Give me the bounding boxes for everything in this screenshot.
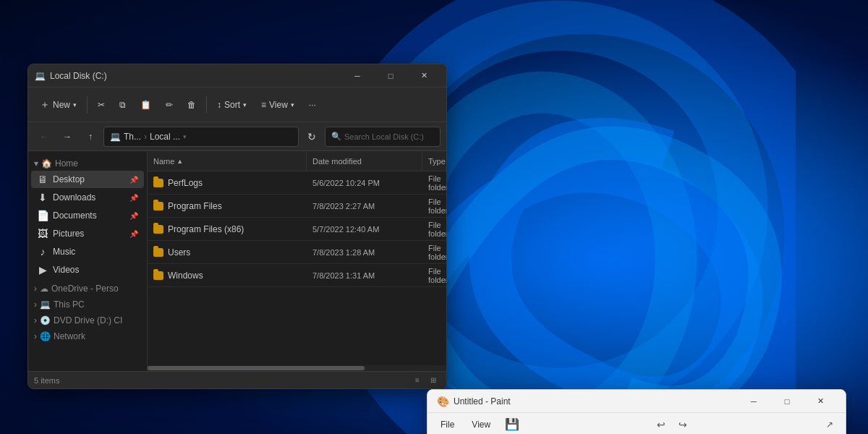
chevron-right-icon-net: ›	[34, 331, 37, 341]
copy-icon: ⧉	[119, 100, 126, 110]
path-separator-1: ›	[144, 132, 147, 142]
sort-indicator: ▲	[176, 158, 183, 165]
paint-undo-redo: ↩ ↪	[651, 415, 693, 434]
file-explorer-title: Local Disk (C:)	[50, 71, 341, 81]
maximize-button[interactable]: □	[374, 64, 407, 88]
file-name: Program Files	[168, 201, 222, 211]
sidebar-videos-label: Videos	[53, 265, 79, 275]
horizontal-scrollbar[interactable]	[148, 365, 446, 371]
explorer-content: ▾ 🏠 Home 🖥 Desktop 📌 ⬇ Downloads 📌 📄 Doc…	[28, 151, 446, 371]
file-rows: PerfLogs 5/6/2022 10:24 PM File folder P…	[148, 171, 446, 287]
paint-close-button[interactable]: ✕	[804, 390, 837, 413]
paste-button[interactable]: 📋	[135, 96, 157, 114]
more-button[interactable]: ···	[303, 96, 322, 114]
paint-maximize-button[interactable]: □	[770, 390, 804, 413]
sidebar-docs-label: Documents	[53, 210, 97, 221]
documents-icon: 📄	[37, 210, 48, 221]
minimize-button[interactable]: ─	[341, 64, 374, 88]
view-toggle: ≡ ⊞	[410, 374, 441, 387]
status-text: 5 items	[34, 376, 404, 385]
network-label: Network	[54, 331, 85, 341]
paint-minimize-button[interactable]: ─	[737, 390, 770, 413]
refresh-button[interactable]: ↻	[302, 127, 322, 147]
grid-view-button[interactable]: ⊞	[426, 374, 441, 387]
paint-file-menu[interactable]: File	[433, 417, 461, 433]
paint-share-area: ↗	[820, 415, 840, 434]
file-explorer-window: 💻 Local Disk (C:) ─ □ ✕ ＋ New ▾ ✂ ⧉ 📋 ✏ …	[27, 64, 447, 389]
paste-icon: 📋	[140, 100, 151, 110]
new-button[interactable]: ＋ New ▾	[34, 95, 82, 115]
paint-view-label: View	[472, 420, 490, 430]
sidebar-item-music[interactable]: ♪ Music	[31, 243, 144, 260]
sidebar-item-downloads[interactable]: ⬇ Downloads 📌	[31, 189, 144, 206]
paint-file-label: File	[441, 420, 454, 430]
sidebar-item-pictures[interactable]: 🖼 Pictures 📌	[31, 225, 144, 242]
sidebar-item-videos[interactable]: ▶ Videos	[31, 261, 144, 278]
pin-icon-pics: 📌	[129, 230, 138, 238]
sidebar-thispc-section[interactable]: › 💻 This PC	[28, 295, 147, 311]
folder-icon	[153, 271, 163, 280]
sidebar-dvd-section[interactable]: › 💿 DVD Drive (D:) CI	[28, 311, 147, 327]
sidebar-network-section[interactable]: › 🌐 Network	[28, 327, 147, 343]
search-icon: 🔍	[331, 132, 341, 141]
sidebar-desktop-label: Desktop	[53, 174, 85, 184]
up-button[interactable]: ↑	[80, 127, 101, 147]
rename-button[interactable]: ✏	[160, 96, 179, 114]
onedrive-icon: ☁	[40, 284, 48, 294]
view-button[interactable]: ≡ View ▾	[255, 96, 300, 114]
search-box[interactable]: 🔍 Search Local Disk (C:)	[325, 127, 441, 147]
type-column-header[interactable]: Type	[422, 151, 446, 171]
back-button[interactable]: ←	[34, 127, 54, 147]
sidebar-item-desktop[interactable]: 🖥 Desktop 📌	[31, 171, 144, 188]
paint-menubar: File View 💾 ↩ ↪ ↗	[427, 413, 846, 434]
music-icon: ♪	[37, 246, 48, 258]
table-row[interactable]: PerfLogs 5/6/2022 10:24 PM File folder	[148, 171, 446, 195]
pin-icon-docs: 📌	[129, 212, 138, 220]
file-type-cell: File folder	[422, 221, 446, 238]
folder-icon	[153, 225, 163, 234]
table-row[interactable]: Windows 7/8/2023 1:31 AM File folder	[148, 264, 446, 287]
address-path[interactable]: 💻 Th... › Local ... ▾	[103, 127, 299, 147]
list-view-button[interactable]: ≡	[410, 374, 425, 387]
paint-view-menu[interactable]: View	[464, 417, 498, 433]
rename-icon: ✏	[166, 100, 173, 110]
file-name: Program Files (x86)	[168, 224, 244, 234]
date-column-header[interactable]: Date modified	[307, 151, 422, 171]
sidebar-onedrive-section[interactable]: › ☁ OneDrive - Perso	[28, 279, 147, 295]
status-bar: 5 items ≡ ⊞	[28, 371, 446, 388]
undo-button[interactable]: ↩	[651, 415, 671, 434]
delete-icon: 🗑	[187, 100, 196, 110]
forward-button[interactable]: →	[57, 127, 77, 147]
view-chevron-icon: ▾	[291, 101, 294, 109]
more-icon: ···	[309, 100, 316, 110]
file-name-cell: Program Files	[148, 201, 307, 211]
window-controls: ─ □ ✕	[341, 64, 441, 88]
pictures-icon: 🖼	[37, 228, 48, 239]
explorer-toolbar: ＋ New ▾ ✂ ⧉ 📋 ✏ 🗑 ↕ Sort ▾ ≡ View ▾	[28, 88, 446, 122]
drive-icon: 💻	[110, 132, 121, 142]
sidebar-home-section[interactable]: ▾ 🏠 Home	[28, 154, 147, 170]
sort-button[interactable]: ↕ Sort ▾	[211, 96, 252, 114]
delete-button[interactable]: 🗑	[182, 96, 202, 114]
folder-icon	[153, 248, 163, 257]
hscroll-thumb[interactable]	[148, 366, 365, 370]
table-row[interactable]: Users 7/8/2023 1:28 AM File folder	[148, 241, 446, 264]
table-row[interactable]: Program Files 7/8/2023 2:27 AM File fold…	[148, 195, 446, 218]
share-button[interactable]: ↗	[820, 415, 840, 434]
file-date-cell: 7/8/2023 1:31 AM	[307, 271, 422, 280]
close-button[interactable]: ✕	[407, 64, 441, 88]
redo-button[interactable]: ↪	[673, 415, 693, 434]
paint-save-icon[interactable]: 💾	[505, 417, 519, 431]
table-row[interactable]: Program Files (x86) 5/7/2022 12:40 AM Fi…	[148, 218, 446, 241]
videos-icon: ▶	[37, 264, 48, 276]
sidebar-item-documents[interactable]: 📄 Documents 📌	[31, 207, 144, 224]
address-bar: ← → ↑ 💻 Th... › Local ... ▾ ↻ 🔍 Search L…	[28, 122, 446, 151]
file-name: Users	[168, 247, 190, 258]
copy-button[interactable]: ⧉	[114, 96, 132, 114]
toolbar-separator-1	[87, 96, 88, 114]
file-type-cell: File folder	[422, 244, 446, 261]
dvd-label: DVD Drive (D:) CI	[54, 315, 122, 326]
chevron-right-icon-pc: ›	[34, 299, 37, 310]
name-column-header[interactable]: Name ▲	[148, 151, 307, 171]
cut-button[interactable]: ✂	[92, 96, 111, 114]
